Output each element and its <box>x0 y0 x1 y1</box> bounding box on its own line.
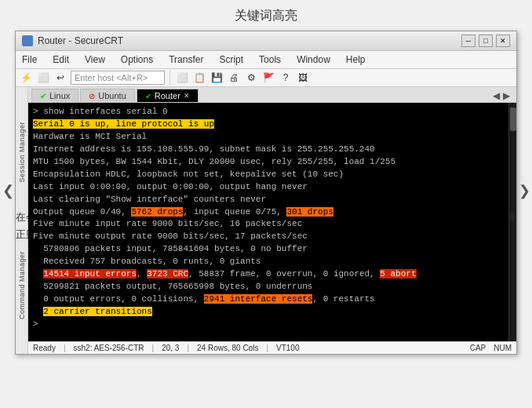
scroll-thumb[interactable] <box>510 107 516 131</box>
tab-ubuntu-status-icon: ⊘ <box>89 92 95 100</box>
menu-transfer[interactable]: Transfer <box>166 53 206 67</box>
maximize-button[interactable]: □ <box>479 35 493 47</box>
tab-router[interactable]: ✔ Router ✕ <box>137 89 199 102</box>
terminal-line-4: MTU 1500 bytes, BW 1544 Kbit, DLY 20000 … <box>33 156 504 169</box>
menu-tools[interactable]: Tools <box>256 53 284 67</box>
securecrt-window: Router - SecureCRT ─ □ ✕ File Edit View … <box>15 31 517 355</box>
menu-file[interactable]: File <box>19 53 40 67</box>
tab-bar-container: ✔ Linux ⊘ Ubuntu ✔ Router ✕ ◀ ▶ <box>28 87 516 354</box>
minimize-button[interactable]: ─ <box>461 35 476 47</box>
status-session: ssh2: AES-256-CTR <box>74 344 144 352</box>
page-title: 关键词高亮 <box>0 0 532 31</box>
tab-prev-icon[interactable]: ◀ <box>493 90 500 101</box>
menu-options[interactable]: Options <box>118 53 156 67</box>
toolbar-new-icon[interactable]: ⬜ <box>36 71 50 85</box>
terminal[interactable]: > show interfaces serial 0 Serial 0 is u… <box>28 103 508 341</box>
status-terminal: VT100 <box>276 344 299 352</box>
terminal-line-3: Internet address is 155.108.555.99, subn… <box>33 144 504 156</box>
menu-bar: File Edit View Options Transfer Script T… <box>16 51 516 69</box>
status-sep-3: | <box>187 344 189 352</box>
status-size: 24 Rows, 80 Cols <box>197 344 258 352</box>
menu-edit[interactable]: Edit <box>49 53 72 67</box>
terminal-line-13: 14514 input errors, 3723 CRC, 58837 fram… <box>33 268 504 281</box>
status-sep-4: | <box>266 344 268 352</box>
sidebar-command-manager[interactable]: Command Manager <box>18 251 26 319</box>
window-title: Router - SecureCRT <box>38 35 123 46</box>
terminal-line-16: 2 carrier transitions <box>33 306 504 319</box>
toolbar-image-icon[interactable]: 🖼 <box>296 71 310 85</box>
toolbar-separator <box>169 71 170 85</box>
tab-bar: ✔ Linux ⊘ Ubuntu ✔ Router ✕ ◀ ▶ <box>28 87 516 103</box>
menu-view[interactable]: View <box>82 53 108 67</box>
terminal-wrapper: > show interfaces serial 0 Serial 0 is u… <box>28 103 516 341</box>
toolbar-print-icon[interactable]: 🖨 <box>227 71 241 85</box>
terminal-line-17: > <box>33 319 504 331</box>
enter-host-input[interactable]: Enter host <Alt+R> <box>71 71 165 85</box>
tab-bar-left: ✔ Linux ⊘ Ubuntu ✔ Router ✕ <box>31 89 199 102</box>
terminal-line-11: 5780806 packets input, 785841604 bytes, … <box>33 243 504 256</box>
status-position: 20, 3 <box>162 344 179 352</box>
tab-ubuntu[interactable]: ⊘ Ubuntu <box>80 89 134 102</box>
terminal-line-0: > show interfaces serial 0 <box>33 106 504 118</box>
tab-router-label: Router <box>155 91 180 100</box>
tab-linux[interactable]: ✔ Linux <box>31 89 78 102</box>
right-nav-arrow[interactable]: ❯ <box>516 182 532 199</box>
terminal-line-12: Received 757 broadcasts, 0 runts, 0 gian… <box>33 256 504 268</box>
tab-linux-label: Linux <box>49 91 70 100</box>
toolbar-bolt-icon[interactable]: ⚡ <box>19 71 33 85</box>
toolbar-paste-icon[interactable]: 📋 <box>192 71 206 85</box>
status-sep-2: | <box>152 344 155 352</box>
status-bar: Ready | ssh2: AES-256-CTR | 20, 3 | 24 R… <box>28 341 516 354</box>
tab-next-icon[interactable]: ▶ <box>503 90 510 101</box>
toolbar-open-icon[interactable]: ↩ <box>53 71 67 85</box>
terminal-line-2: Hardware is MCI Serial <box>33 131 504 144</box>
status-num: NUM <box>494 344 512 352</box>
toolbar-save-icon[interactable]: 💾 <box>210 71 224 85</box>
status-sep-1: | <box>64 344 66 352</box>
toolbar-copy-icon[interactable]: ⬜ <box>175 71 189 85</box>
status-caps: CAP <box>470 344 486 352</box>
title-bar-controls: ─ □ ✕ <box>461 35 510 47</box>
content-area: Session Manager Command Manager ✔ Linux … <box>16 87 516 354</box>
left-nav-arrow[interactable]: ❮ <box>0 182 16 199</box>
close-button[interactable]: ✕ <box>496 35 510 47</box>
terminal-line-10: Five minute output rate 9000 bits/sec, 1… <box>33 231 504 243</box>
tab-ubuntu-label: Ubuntu <box>98 91 126 100</box>
terminal-line-5: Encapsulation HDLC, loopback not set, ke… <box>33 169 504 181</box>
menu-window[interactable]: Window <box>293 53 333 67</box>
toolbar: ⚡ ⬜ ↩ Enter host <Alt+R> ⬜ 📋 💾 🖨 ⚙ 🚩 ? 🖼 <box>16 69 516 87</box>
tab-router-status-icon: ✔ <box>145 92 151 100</box>
toolbar-settings-icon[interactable]: ⚙ <box>244 71 258 85</box>
menu-help[interactable]: Help <box>343 53 369 67</box>
tab-nav: ◀ ▶ <box>493 90 513 101</box>
terminal-line-8: Output queue 0/40, 5762 drops, input que… <box>33 206 504 219</box>
terminal-line-15: 0 output errors, 0 collisions, 2941 inte… <box>33 293 504 306</box>
terminal-line-7: Last clearing "Show interface" counters … <box>33 194 504 206</box>
terminal-line-14: 5299821 packets output, 765665998 bytes,… <box>33 281 504 293</box>
title-bar: Router - SecureCRT ─ □ ✕ <box>16 31 516 51</box>
menu-script[interactable]: Script <box>216 53 246 67</box>
tab-linux-status-icon: ✔ <box>40 92 46 100</box>
enter-host-placeholder: Enter host <Alt+R> <box>75 73 148 82</box>
app-icon <box>22 35 33 46</box>
sidebar-session-manager[interactable]: Session Manager <box>18 122 26 183</box>
terminal-line-6: Last input 0:00:00, output 0:00:00, outp… <box>33 181 504 194</box>
tab-router-close-icon[interactable]: ✕ <box>184 92 190 100</box>
terminal-line-1: Serial 0 is up, line protocol is up <box>33 118 504 131</box>
terminal-line-9: Five minute input rate 9000 bits/sec, 16… <box>33 218 504 231</box>
toolbar-flag-icon[interactable]: 🚩 <box>261 71 275 85</box>
toolbar-question-icon[interactable]: ? <box>279 71 293 85</box>
status-ready: Ready <box>33 344 56 352</box>
title-bar-left: Router - SecureCRT <box>22 35 123 46</box>
